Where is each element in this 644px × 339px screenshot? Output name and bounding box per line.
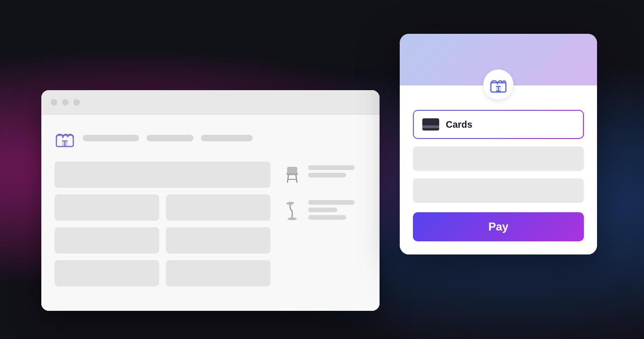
- chair-icon: [282, 162, 303, 190]
- content-block-half-4: [166, 227, 271, 254]
- browser-window: [41, 90, 380, 311]
- content-block-half-2: [166, 194, 271, 221]
- cards-input-inner: Cards: [414, 111, 583, 138]
- content-row-3: [54, 260, 271, 286]
- right-item-1: [282, 162, 366, 190]
- store-icon-large: [483, 69, 513, 100]
- browser-body: [54, 162, 366, 286]
- right-item-2: [282, 196, 366, 224]
- browser-right-column: [282, 162, 366, 286]
- browser-content: [41, 115, 380, 311]
- svg-line-7: [287, 175, 288, 182]
- nav-pill-3: [201, 135, 253, 141]
- pay-label: Pay: [489, 220, 509, 233]
- pay-button[interactable]: Pay: [413, 212, 584, 241]
- content-row-2: [54, 227, 271, 254]
- credit-card-icon: [422, 118, 439, 131]
- store-icon-small: [54, 128, 75, 148]
- browser-dot-green: [73, 99, 80, 106]
- input-placeholder-1[interactable]: [413, 146, 584, 171]
- payment-card-body: Cards Pay: [400, 85, 597, 254]
- browser-dot-red: [51, 99, 57, 106]
- right-text-group-1: [308, 162, 366, 177]
- svg-line-8: [296, 175, 297, 182]
- browser-dot-yellow: [62, 99, 69, 106]
- content-block-half-1: [54, 194, 159, 221]
- text-line: [308, 173, 346, 177]
- svg-point-11: [287, 217, 297, 220]
- cards-label: Cards: [446, 119, 473, 130]
- content-block-top: [54, 162, 271, 188]
- payment-card: Cards Pay: [400, 34, 597, 254]
- browser-left-column: [54, 162, 271, 286]
- lamp-icon: [282, 196, 303, 224]
- cards-input-wrapper[interactable]: Cards: [413, 110, 584, 139]
- payment-card-header: [400, 34, 597, 85]
- right-text-group-2: [308, 196, 366, 220]
- text-line: [308, 165, 355, 170]
- text-line: [308, 215, 346, 220]
- browser-nav: [54, 128, 366, 148]
- input-placeholder-2[interactable]: [413, 178, 584, 203]
- content-block-half-6: [166, 260, 271, 286]
- text-line: [308, 200, 355, 205]
- nav-pill-2: [147, 135, 194, 141]
- svg-rect-6: [287, 167, 297, 174]
- browser-titlebar: [41, 90, 380, 115]
- content-row-1: [54, 194, 271, 221]
- content-block-half-3: [54, 227, 159, 254]
- content-block-half-5: [54, 260, 159, 286]
- nav-pill-1: [83, 135, 139, 141]
- text-line: [308, 208, 337, 212]
